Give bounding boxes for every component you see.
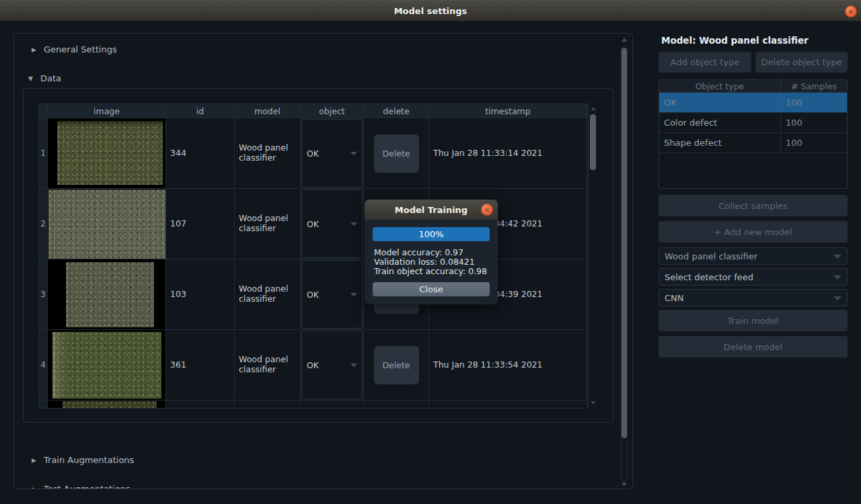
section-label: General Settings: [44, 44, 117, 54]
panel-scrollbar-thumb[interactable]: [622, 48, 627, 438]
scroll-down-icon[interactable]: [622, 482, 627, 487]
train-model-button[interactable]: Train model: [659, 310, 848, 331]
wood-sample-image: [57, 121, 163, 185]
object-cell: OK: [301, 189, 364, 259]
model-settings-window: Model settings ✕ ▶ General Settings ▼ Da…: [0, 0, 861, 504]
add-new-model-button[interactable]: + Add new model: [659, 221, 848, 243]
stat-model-accuracy: Model accuracy: 0.97: [374, 248, 488, 257]
wood-sample-image: [48, 190, 165, 259]
window-title: Model settings: [394, 6, 467, 16]
samples-table: image id model object delete timestamp 1…: [38, 103, 587, 409]
architecture-dropdown[interactable]: CNN: [659, 289, 848, 306]
sample-image-cell: [48, 118, 166, 189]
table-row: 2 107 Wood panel classifier OK Delete: [38, 189, 587, 259]
chevron-down-icon: [833, 276, 841, 280]
dialog-title: Model Training: [395, 205, 467, 215]
title-bar[interactable]: Model settings ✕: [0, 0, 861, 22]
table-header-row: image id model object delete timestamp: [38, 104, 587, 118]
header-model: model: [235, 104, 301, 118]
collapsed-arrow-icon: ▶: [32, 486, 40, 490]
object-type-row[interactable]: Shape defect 100: [659, 133, 847, 153]
object-dropdown[interactable]: OK: [301, 331, 363, 399]
delete-cell: Delete: [364, 118, 429, 189]
table-scrollbar[interactable]: [588, 103, 597, 408]
progress-label: 100%: [418, 229, 443, 239]
table-row: 3 103 Wood panel classifier OK Delete: [38, 259, 587, 330]
chevron-down-icon: [350, 152, 357, 155]
object-type-name: Shape defect: [659, 133, 780, 153]
object-dropdown[interactable]: OK: [301, 190, 363, 258]
object-dropdown-value: OK: [307, 290, 319, 300]
window-close-button[interactable]: ✕: [845, 5, 857, 17]
object-table-header: Object type # Samples: [659, 80, 847, 93]
object-type-samples: 100: [780, 93, 847, 112]
detector-feed-dropdown[interactable]: Select detector feed: [659, 268, 848, 286]
row-number: 4: [38, 330, 48, 401]
object-dropdown[interactable]: OK: [301, 119, 363, 187]
table-row: 4 361 Wood panel classifier OK Delete: [38, 330, 587, 401]
data-section-box: image id model object delete timestamp 1…: [23, 88, 613, 423]
object-type-samples: 100: [780, 133, 847, 153]
close-icon: ✕: [848, 8, 854, 15]
section-test-augmentations[interactable]: ▶ Test Augmentations: [32, 484, 130, 489]
chevron-down-icon: [350, 293, 357, 296]
sample-model: Wood panel classifier: [235, 259, 301, 330]
section-train-augmentations[interactable]: ▶ Train Augmentations: [32, 455, 134, 465]
scroll-down-icon[interactable]: [591, 401, 596, 405]
sample-timestamp: Thu Jan 28 11:33:54 2021: [429, 330, 587, 401]
dialog-title-bar[interactable]: Model Training ✕: [365, 200, 498, 220]
table-scrollbar-thumb[interactable]: [590, 114, 596, 170]
header-object-type: Object type: [659, 80, 780, 92]
header-samples: # Samples: [780, 80, 847, 92]
object-type-name: Color defect: [659, 113, 780, 132]
table-row: 1 344 Wood panel classifier OK Delete: [38, 118, 587, 189]
model-dropdown[interactable]: Wood panel classifier: [659, 247, 848, 265]
delete-button[interactable]: Delete: [374, 134, 419, 173]
delete-object-type-button[interactable]: Delete object type: [755, 52, 848, 73]
detector-feed-dropdown-value: Select detector feed: [665, 272, 753, 282]
object-dropdown[interactable]: OK: [301, 260, 363, 329]
row-number: 2: [38, 189, 48, 259]
scroll-up-icon[interactable]: [622, 38, 627, 42]
sample-image-cell: [48, 189, 166, 259]
delete-cell: Delete: [364, 330, 429, 401]
collect-samples-button[interactable]: Collect samples: [659, 195, 848, 216]
model-panel-title: Model: Wood panel classifier: [661, 35, 809, 46]
object-type-name: OK: [659, 93, 780, 112]
wood-sample-image: [66, 262, 154, 327]
object-type-row[interactable]: Color defect 100: [659, 113, 847, 133]
stat-validation-loss: Validation loss: 0.08421: [374, 257, 488, 267]
panel-scrollbar[interactable]: [621, 38, 628, 487]
collapsed-arrow-icon: ▶: [32, 457, 40, 464]
section-label: Test Augmentations: [44, 484, 130, 489]
collapsed-arrow-icon: ▶: [32, 46, 40, 53]
object-type-row-selected[interactable]: OK 100: [659, 93, 847, 113]
sample-id: 344: [166, 118, 235, 189]
training-progress-bar: 100%: [373, 227, 490, 241]
object-type-table: Object type # Samples OK 100 Color defec…: [659, 79, 848, 189]
header-object: object: [301, 104, 364, 118]
close-icon: ✕: [484, 206, 490, 214]
wood-sample-image: [52, 332, 161, 398]
scroll-up-icon[interactable]: [591, 107, 596, 110]
dialog-close-button[interactable]: ✕: [481, 204, 493, 216]
header-num: [38, 104, 48, 118]
section-label: Data: [40, 73, 61, 83]
sample-model: Wood panel classifier: [235, 118, 301, 189]
add-object-type-button[interactable]: Add object type: [659, 52, 751, 73]
model-dropdown-value: Wood panel classifier: [665, 251, 757, 261]
dialog-close-action-button[interactable]: Close: [373, 282, 490, 296]
training-stats: Model accuracy: 0.97 Validation loss: 0.…: [374, 248, 488, 276]
header-delete: delete: [364, 104, 429, 118]
dialog-body: 100% Model accuracy: 0.97 Validation los…: [365, 220, 498, 304]
sample-id: 361: [166, 330, 235, 401]
delete-button[interactable]: Delete: [374, 346, 419, 384]
delete-model-button[interactable]: Delete model: [659, 336, 848, 358]
object-cell: OK: [301, 118, 364, 189]
sample-id: 103: [166, 259, 235, 330]
object-cell: OK: [301, 259, 364, 330]
section-general-settings[interactable]: ▶ General Settings: [32, 44, 117, 54]
object-dropdown-value: OK: [307, 149, 319, 159]
section-data[interactable]: ▼ Data: [28, 73, 61, 83]
model-training-dialog: Model Training ✕ 100% Model accuracy: 0.…: [365, 200, 498, 304]
